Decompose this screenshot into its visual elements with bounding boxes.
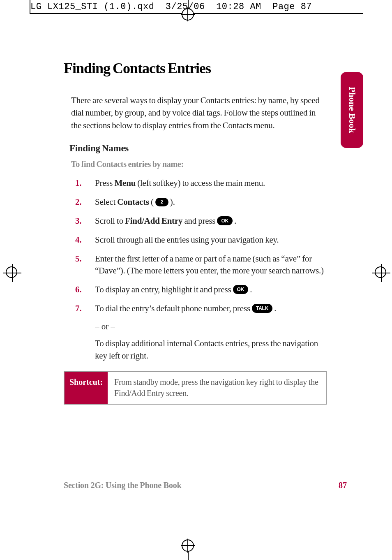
step-4: 4. Scroll through all the entries using … <box>75 234 327 246</box>
or-separator: – or – <box>95 322 327 332</box>
step-text: . <box>233 216 236 226</box>
subheading: Finding Names <box>69 143 327 154</box>
steps-list: 1. Press Menu (left softkey) to access t… <box>75 177 327 315</box>
registration-cross-v-top <box>187 7 188 21</box>
step-7: 7. To dial the entry’s default phone num… <box>75 303 327 315</box>
shortcut-box: Shortcut: From standby mode, press the n… <box>64 371 327 405</box>
section-tab-label: Phone Book <box>347 87 357 133</box>
step-text: To dial the entry’s default phone number… <box>95 303 252 313</box>
step-bold: Menu <box>114 178 136 188</box>
step-number: 2. <box>75 196 81 208</box>
registration-mark-right <box>375 266 386 278</box>
intro-paragraph: There are several ways to display your C… <box>71 94 327 132</box>
step-text: ). <box>168 197 175 207</box>
step-text: . <box>272 303 276 313</box>
step-text: Select <box>95 197 117 207</box>
step-text: Scroll through all the entries using you… <box>95 235 279 245</box>
slug-line: LG LX125_STI (1.0).qxd 3/25/06 10:28 AM … <box>30 2 312 12</box>
step-number: 7. <box>75 303 81 315</box>
step-text: ( <box>149 197 155 207</box>
page-title: Finding Contacts Entries <box>64 60 327 77</box>
step-text: Enter the first letter of a name or part… <box>95 254 324 276</box>
key-talk-icon: TALK <box>252 304 272 313</box>
step-text: (left softkey) to access the main menu. <box>136 178 265 188</box>
continuation-text: To display additional internal Contacts … <box>95 338 327 362</box>
section-tab: Phone Book <box>341 72 363 148</box>
step-5: 5. Enter the first letter of a name or p… <box>75 253 327 278</box>
step-3: 3. Scroll to Find/Add Entry and press OK… <box>75 215 327 227</box>
step-number: 3. <box>75 215 81 227</box>
step-number: 5. <box>75 253 81 265</box>
key-ok-icon: OK <box>217 216 233 225</box>
slug-bottom-rule <box>30 13 363 14</box>
step-1: 1. Press Menu (left softkey) to access t… <box>75 177 327 190</box>
step-text: To display an entry, highlight it and pr… <box>95 285 233 294</box>
lead-line: To find Contacts entries by name: <box>71 160 327 169</box>
step-bold: Find/Add Entry <box>125 216 182 226</box>
footer-page-number: 87 <box>339 481 347 490</box>
step-bold: Contacts <box>117 197 149 207</box>
step-text: and press <box>182 216 217 226</box>
step-text: Press <box>95 178 114 188</box>
step-text: . <box>248 285 252 294</box>
step-6: 6. To display an entry, highlight it and… <box>75 284 327 296</box>
step-number: 6. <box>75 284 81 296</box>
step-number: 4. <box>75 234 81 246</box>
step-text: Scroll to <box>95 216 125 226</box>
key-2-icon: 2 <box>155 198 168 206</box>
registration-mark-left <box>6 266 17 278</box>
registration-cross-v-bottom <box>187 539 188 553</box>
shortcut-label: Shortcut: <box>65 372 108 404</box>
footer-section-title: Section 2G: Using the Phone Book <box>64 481 181 490</box>
key-ok-icon: OK <box>233 285 249 294</box>
step-number: 1. <box>75 177 81 190</box>
shortcut-body: From standby mode, press the navigation … <box>108 372 326 404</box>
step-2: 2. Select Contacts ( 2 ). <box>75 196 327 208</box>
page-content: Finding Contacts Entries There are sever… <box>64 60 327 405</box>
